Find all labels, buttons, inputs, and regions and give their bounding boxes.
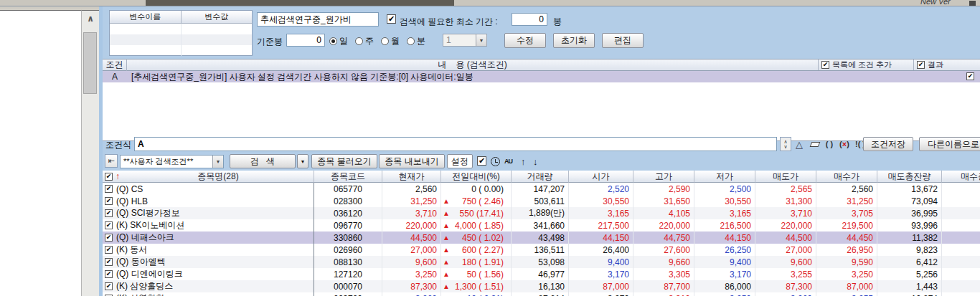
base-bar-input[interactable]: 0 <box>286 34 325 47</box>
radio-icon[interactable] <box>381 37 389 45</box>
stock-row[interactable]: ✔(Q) SCI평가정보0361203,710▲550 (17.41)1,889… <box>103 207 980 219</box>
stock-row[interactable]: ✔(Q) 네패스아크33086044,500▲450 ( 1.02)43,498… <box>103 231 980 244</box>
move-up-icon[interactable]: ↑ <box>521 156 526 167</box>
paren-x-icon[interactable]: × <box>837 138 852 150</box>
search-button[interactable]: 검 색 <box>230 154 296 168</box>
search-dropdown-icon[interactable]: ▼ <box>297 154 308 168</box>
expression-spinner[interactable]: ∧ ∨ <box>780 137 791 151</box>
user-condition-combo[interactable]: **사용자 검색조건** ▼ <box>120 155 224 168</box>
condition-result-checkbox[interactable]: ✔ <box>966 72 974 80</box>
col-header-volume[interactable]: 거래량 <box>512 171 569 183</box>
period-radio-분[interactable]: 분 <box>407 35 425 47</box>
stock-row[interactable]: ✔(Q) CS0657702,5600 ( 0.00)147,2072,5202… <box>103 183 980 195</box>
cell-open: 30,550 <box>569 195 633 207</box>
scrollbar-thumb[interactable] <box>83 32 97 94</box>
stock-row[interactable]: ✔(K) 동서02696027,000▲600 ( 2.27)136,51126… <box>103 244 980 256</box>
expression-input[interactable]: A <box>134 137 777 151</box>
row-checkbox[interactable]: ✔ <box>105 197 113 205</box>
col-header-bid[interactable]: 매수가 <box>816 171 877 183</box>
col-header-ask[interactable]: 매도가 <box>755 171 816 183</box>
col-header-price[interactable]: 현재가 <box>382 171 441 183</box>
col-header-low[interactable]: 저가 <box>694 171 755 183</box>
period-radio-일[interactable]: 일 <box>329 35 348 47</box>
edit-button[interactable]: 편집 <box>602 33 644 48</box>
triangle-icon[interactable]: △ <box>792 138 806 150</box>
col-header-ask_total[interactable]: 매도총잔량 <box>877 171 942 183</box>
cell-change: ▲600 ( 2.27) <box>441 244 512 256</box>
add-to-list-option[interactable]: ✔ 목록에 조건 추가 <box>818 59 913 70</box>
tri-up-icon: ▲ <box>441 246 451 254</box>
result-checkbox[interactable]: ✔ <box>917 61 925 69</box>
period-radio-월[interactable]: 월 <box>381 35 400 47</box>
stock-row[interactable]: ✔(K) SK이노베이션096770220,000▲4,000 ( 1.85)3… <box>103 219 980 231</box>
save-as-button[interactable]: 다른이름으로저장 <box>919 137 980 151</box>
row-checkbox[interactable]: ✔ <box>105 282 113 290</box>
variable-row[interactable] <box>110 34 252 45</box>
stock-row[interactable]: ✔(Q) HLB02830031,250▲750 ( 2.46)503,6113… <box>103 195 980 207</box>
eraser-icon[interactable] <box>808 138 822 150</box>
export-stocks-button[interactable]: 종목 내보내기 <box>379 154 445 168</box>
tri-up-icon: ▲ <box>441 258 451 266</box>
minute-combo[interactable]: 1 ▼ <box>443 34 487 47</box>
col-header-bid_total[interactable]: 매수총잔량 <box>942 171 980 183</box>
stock-row[interactable]: ✔(K) 삼양홀딩스00007087,300▲1,300 ( 1.51)16,1… <box>103 280 980 292</box>
variable-row[interactable] <box>110 24 252 34</box>
cell-high: 2,590 <box>633 183 694 195</box>
variable-name-header[interactable]: 변수이름 <box>110 11 182 24</box>
select-all-checkbox[interactable]: ✔ <box>105 173 113 181</box>
settings-button[interactable]: 설정 <box>447 154 473 168</box>
row-checkbox[interactable]: ✔ <box>105 234 113 242</box>
modify-button[interactable]: 수정 <box>504 33 546 48</box>
toolbar-checkbox[interactable]: ✔ <box>477 156 486 166</box>
sort-asc-icon[interactable]: ↑ <box>116 171 120 181</box>
load-stocks-button[interactable]: 종목 불러오기 <box>311 154 377 168</box>
left-scrollbar[interactable]: ∧ <box>82 10 99 296</box>
variable-value-header[interactable]: 변수값 <box>182 11 253 24</box>
radio-icon[interactable] <box>329 37 337 45</box>
min-period-checkbox[interactable]: ✔ <box>387 14 396 24</box>
stock-row[interactable]: ✔(Q) 동아엘텍0881309,600▲180 ( 1.91)53,0989,… <box>103 256 980 268</box>
result-toolbar: ⇤ **사용자 검색조건** ▼ 검 색 ▼ 종목 불러오기 종목 내보내기 설… <box>103 153 980 169</box>
spin-up-icon[interactable]: ∧ <box>783 139 787 144</box>
col-header-change[interactable]: 전일대비(%) <box>441 171 512 183</box>
cell-low: 3,250 <box>694 292 755 296</box>
row-checkbox[interactable]: ✔ <box>105 221 113 229</box>
row-checkbox[interactable]: ✔ <box>105 185 113 193</box>
chevron-down-icon[interactable]: ▼ <box>476 34 486 46</box>
col-header-code[interactable]: 종목코드 <box>314 171 382 183</box>
radio-icon[interactable] <box>407 37 415 45</box>
col-header-high[interactable]: 고가 <box>633 171 694 183</box>
col-header-name[interactable]: ✔↑종목명(28) <box>103 171 314 183</box>
cell-ask_total: 93,996 <box>877 219 942 231</box>
reset-button[interactable]: 초기화 <box>553 33 595 48</box>
cell-name: ✔(K) 삼양홀딩스 <box>103 280 314 292</box>
scroll-up-icon[interactable]: ∧ <box>82 11 99 27</box>
base-bar-label: 기준봉 <box>257 36 283 48</box>
paren-icon[interactable]: ( ) <box>822 138 837 150</box>
spin-down-icon[interactable]: ∨ <box>783 144 787 149</box>
stock-row[interactable]: ✔(K) 삼영화학0037203,260▼10 ( 0.31)87,6143,2… <box>103 292 980 296</box>
add-to-list-checkbox[interactable]: ✔ <box>821 61 829 69</box>
move-down-icon[interactable]: ↓ <box>533 156 538 167</box>
condition-tree[interactable] <box>0 10 82 296</box>
chevron-down-icon[interactable]: ▼ <box>212 156 223 168</box>
condition-name-input[interactable]: 추세검색연구중_원가비 <box>257 12 379 27</box>
row-checkbox[interactable]: ✔ <box>105 258 113 266</box>
row-checkbox[interactable]: ✔ <box>105 270 113 278</box>
period-radio-주[interactable]: 주 <box>355 35 374 47</box>
clock-icon[interactable] <box>491 157 500 166</box>
condition-row[interactable]: A [추세검색연구중_원가비] 사용자 설정 검색기간 사용하지 않음 기준봉:… <box>103 71 980 82</box>
dock-icon[interactable]: ⇤ <box>105 154 118 168</box>
col-header-open[interactable]: 시가 <box>569 171 633 183</box>
auto-sort-icon[interactable]: AU <box>504 158 512 165</box>
row-checkbox[interactable]: ✔ <box>105 209 113 217</box>
radio-icon[interactable] <box>355 37 363 45</box>
result-option[interactable]: ✔ 결과 <box>913 59 980 70</box>
save-condition-button[interactable]: 조건저장 <box>863 137 913 151</box>
stock-row[interactable]: ✔(Q) 디엔에이링크1271203,250▲50 ( 1.56)46,9773… <box>103 268 980 280</box>
condition-list-area[interactable] <box>103 82 980 141</box>
variable-row[interactable] <box>110 45 252 56</box>
search-main-panel: 변수이름 변수값 추세검색연구중_원가비 ✔ 검색에 필요한 최소 기간 : 0… <box>103 6 980 296</box>
row-checkbox[interactable]: ✔ <box>105 246 113 254</box>
min-period-input[interactable]: 0 <box>512 13 547 26</box>
